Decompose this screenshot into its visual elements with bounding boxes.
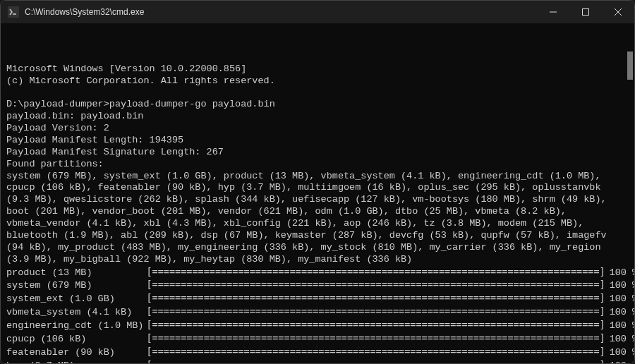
- svg-rect-3: [583, 9, 589, 16]
- progress-pct: 100 %: [605, 305, 634, 319]
- output-line: (c) Microsoft Corporation. All rights re…: [6, 75, 275, 86]
- progress-pct: 100 %: [605, 332, 634, 346]
- window-buttons: [537, 1, 634, 23]
- progress-row: featenabler (90 kB)[====================…: [6, 346, 634, 359]
- cmd-window: C:\Windows\System32\cmd.exe Microsoft Wi…: [0, 0, 635, 364]
- progress-name: system (679 MB): [6, 279, 146, 292]
- progress-pct: 100 %: [605, 279, 634, 292]
- output-line: Payload Manifest Length: 194395: [6, 135, 183, 145]
- progress-bar: [=======================================…: [146, 332, 605, 346]
- progress-pct: 100 %: [605, 266, 634, 279]
- progress-bar: [=======================================…: [146, 305, 605, 319]
- output-line: Found partitions:: [6, 159, 104, 169]
- minimize-button[interactable]: [537, 1, 569, 23]
- progress-bar: [=======================================…: [146, 266, 605, 279]
- progress-bar: [=======================================…: [146, 292, 605, 305]
- output-line: Payload Version: 2: [6, 123, 109, 133]
- cmd-icon: [8, 6, 19, 18]
- progress-row: engineering_cdt (1.0 MB)[===============…: [6, 319, 634, 332]
- progress-bar: [=======================================…: [146, 319, 605, 332]
- progress-name: engineering_cdt (1.0 MB): [6, 319, 146, 332]
- progress-bar: [=======================================…: [146, 279, 605, 292]
- progress-name: system_ext (1.0 GB): [6, 292, 146, 305]
- svg-rect-0: [8, 6, 19, 18]
- output-line: payload.bin: payload.bin: [6, 111, 143, 121]
- progress-pct: 100 %: [605, 319, 634, 332]
- progress-pct: 100 %: [605, 292, 634, 305]
- progress-name: product (13 MB): [6, 266, 146, 279]
- maximize-button[interactable]: [569, 1, 602, 23]
- progress-pct: 100 %: [605, 346, 634, 359]
- progress-row: system_ext (1.0 GB)[====================…: [6, 292, 634, 305]
- progress-name: cpucp (106 kB): [6, 332, 146, 346]
- progress-bar: [=======================================…: [146, 346, 605, 359]
- progress-row: system (679 MB)[========================…: [6, 279, 634, 292]
- progress-bar: [=======================================…: [146, 359, 605, 363]
- output-line: Payload Manifest Signature Length: 267: [6, 147, 224, 157]
- window-title: C:\Windows\System32\cmd.exe: [25, 7, 537, 17]
- terminal-area[interactable]: Microsoft Windows [Version 10.0.22000.85…: [1, 23, 634, 363]
- progress-pct: 100 %: [605, 359, 634, 363]
- progress-row: product (13 MB)[========================…: [6, 266, 634, 279]
- close-button[interactable]: [602, 1, 634, 23]
- progress-row: vbmeta_system (4.1 kB)[=================…: [6, 305, 634, 319]
- progress-table: product (13 MB)[========================…: [6, 266, 634, 364]
- progress-name: hyp (3.7 MB): [6, 359, 146, 363]
- prompt-line: D:\payload-dumper>payload-dumper-go payl…: [6, 99, 275, 109]
- progress-name: vbmeta_system (4.1 kB): [6, 305, 146, 319]
- progress-row: cpucp (106 kB)[=========================…: [6, 332, 634, 346]
- output-line: Microsoft Windows [Version 10.0.22000.85…: [6, 63, 246, 74]
- progress-name: featenabler (90 kB): [6, 346, 146, 359]
- titlebar[interactable]: C:\Windows\System32\cmd.exe: [1, 1, 634, 23]
- partitions-list: system (679 MB), system_ext (1.0 GB), pr…: [6, 171, 612, 265]
- progress-row: hyp (3.7 MB)[===========================…: [6, 359, 634, 363]
- scrollbar-thumb[interactable]: [627, 51, 633, 80]
